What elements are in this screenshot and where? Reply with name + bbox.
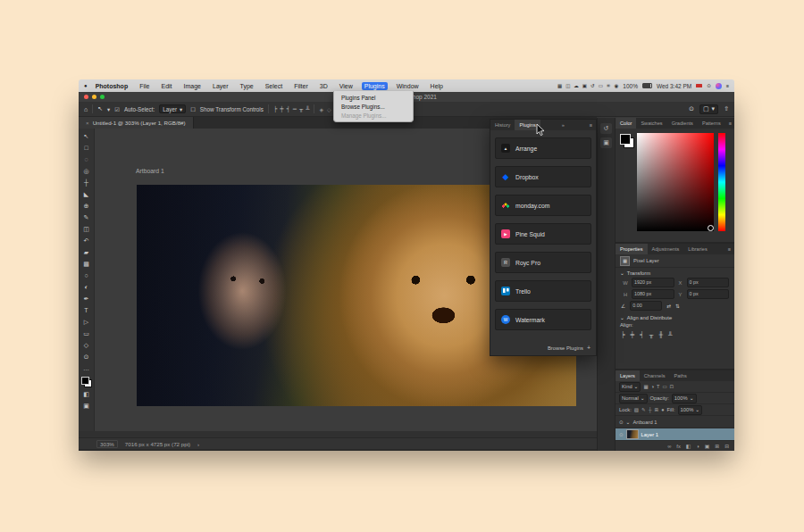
- delete-layer-icon[interactable]: ⊟: [724, 444, 729, 449]
- chevron-down-icon[interactable]: ⌄: [626, 420, 631, 425]
- snapshot-icon[interactable]: ▣: [600, 137, 612, 148]
- lock-image-pixels-icon[interactable]: ✎: [641, 407, 646, 412]
- menubar-menu[interactable]: Layer: [210, 82, 231, 90]
- layer-group-icon[interactable]: ▣: [705, 444, 709, 449]
- settings-icon[interactable]: ✳: [607, 83, 611, 88]
- align-bottom-edges-icon[interactable]: ╨: [668, 331, 673, 337]
- notification-center-icon[interactable]: ≡: [726, 83, 729, 88]
- align-vertical-centers-icon[interactable]: ╫: [658, 331, 663, 337]
- y-field[interactable]: 0 px: [687, 289, 730, 299]
- filter-shape-layers-icon[interactable]: ▭: [662, 384, 666, 389]
- kind-filter-dropdown[interactable]: Kind⌄: [619, 382, 641, 392]
- panel-tab[interactable]: Channels: [640, 370, 670, 381]
- close-tab-icon[interactable]: ×: [86, 120, 89, 126]
- menubar-clock[interactable]: Wed 3:42 PM: [657, 83, 691, 89]
- display-icon[interactable]: ▦: [557, 83, 562, 88]
- status-chevron-icon[interactable]: ›: [197, 441, 199, 447]
- foreground-color-swatch[interactable]: [620, 134, 631, 145]
- color-picker-handle[interactable]: [708, 225, 714, 231]
- align-right-edges-icon[interactable]: ╡: [640, 331, 644, 337]
- document-tab[interactable]: × Untitled-1 @ 303% (Layer 1, RGB/8#): [79, 117, 194, 129]
- plugin-item-arrange[interactable]: ▲ Arrange: [495, 137, 591, 159]
- auto-select-target-dropdown[interactable]: Layer ▾: [159, 104, 186, 113]
- dodge-tool[interactable]: ◐: [80, 281, 93, 293]
- panel-tab[interactable]: Libraries: [683, 244, 711, 254]
- panel-tab[interactable]: Properties: [616, 244, 648, 254]
- clone-stamp-tool[interactable]: ◫: [80, 223, 93, 235]
- foreground-background-swatch[interactable]: [81, 377, 92, 387]
- panel-tab[interactable]: Color: [616, 118, 636, 129]
- shape-tool[interactable]: ▭: [80, 328, 93, 339]
- saturation-brightness-field[interactable]: [637, 133, 714, 231]
- share-icon[interactable]: ⇧: [724, 105, 729, 112]
- blend-mode-dropdown[interactable]: Normal⌄: [619, 394, 648, 403]
- width-field[interactable]: 1920 px: [632, 278, 674, 287]
- lock-all-icon[interactable]: ●: [661, 407, 664, 412]
- transform-section-header[interactable]: ⌄ Transform: [616, 268, 734, 278]
- filter-adjustment-layers-icon[interactable]: ◑: [651, 384, 654, 389]
- screen-mode-icon[interactable]: ▣: [80, 400, 93, 411]
- plugin-item-trello[interactable]: Trello: [495, 280, 591, 302]
- flip-vertical-icon[interactable]: ⇅: [675, 303, 680, 309]
- foreground-color-swatch[interactable]: [81, 377, 89, 385]
- panel-tab[interactable]: Layers: [616, 370, 640, 381]
- align-left-edges-icon[interactable]: ╞: [273, 106, 277, 112]
- fill-dropdown[interactable]: 100%⌄: [678, 405, 703, 415]
- artboard-label[interactable]: Artboard 1: [136, 168, 164, 174]
- keyboard-icon[interactable]: ◫: [565, 83, 570, 88]
- layer-row-artboard[interactable]: ⊙ ⌄ Artboard 1: [616, 416, 734, 428]
- battery-icon[interactable]: [642, 83, 652, 89]
- plugin-item-roycpro[interactable]: R Royc Pro: [495, 252, 591, 273]
- panel-tab[interactable]: Swatches: [636, 118, 666, 129]
- x-field[interactable]: 0 px: [687, 278, 730, 287]
- history-brush-tool[interactable]: ↶: [80, 235, 93, 246]
- link-layers-icon[interactable]: ∞: [667, 444, 671, 449]
- layer-effects-icon[interactable]: fx: [676, 444, 681, 449]
- filter-type-layers-icon[interactable]: T: [657, 384, 659, 389]
- brush-tool[interactable]: ✎: [80, 212, 93, 223]
- search-icon[interactable]: ⊙: [689, 105, 694, 112]
- align-horizontal-centers-icon[interactable]: ╪: [631, 331, 635, 337]
- align-top-edges-icon[interactable]: ╥: [649, 331, 654, 337]
- home-icon[interactable]: ⌂: [84, 106, 88, 112]
- apple-logo-icon[interactable]: ●: [84, 83, 88, 88]
- panel-tab[interactable]: History: [490, 120, 515, 130]
- collapse-panel-icon[interactable]: »: [558, 120, 568, 130]
- filter-smart-objects-icon[interactable]: ⊡: [670, 384, 674, 389]
- height-field[interactable]: 1080 px: [632, 289, 674, 299]
- plugin-item-pinesquid[interactable]: ▶ Pine Squid: [495, 223, 591, 245]
- filter-pixel-layers-icon[interactable]: ▦: [643, 384, 648, 389]
- visibility-eye-icon[interactable]: ⊙: [619, 432, 624, 437]
- panel-tab[interactable]: Paths: [669, 370, 691, 381]
- visibility-eye-icon[interactable]: ⊙: [619, 420, 624, 425]
- menubar-menu[interactable]: File: [137, 82, 152, 90]
- menubar-menu[interactable]: Plugins: [362, 82, 388, 90]
- gradient-tool[interactable]: ▩: [80, 258, 93, 270]
- blur-tool[interactable]: ○: [80, 270, 93, 281]
- 3d-mode-icon[interactable]: ◈: [319, 106, 323, 112]
- move-tool[interactable]: ↖: [80, 130, 93, 142]
- panel-tab[interactable]: Adjustments: [648, 244, 684, 254]
- layer-mask-icon[interactable]: ◧: [686, 444, 691, 449]
- zoom-tool[interactable]: ⊙: [80, 351, 93, 362]
- plugin-item-dropbox[interactable]: ◆ Dropbox: [495, 166, 591, 187]
- menubar-menu[interactable]: Help: [428, 82, 446, 90]
- show-transform-checkbox[interactable]: ☐: [190, 106, 196, 112]
- lock-artboard-icon[interactable]: ⊞: [655, 407, 659, 412]
- align-bottom-edges-icon[interactable]: ╨: [306, 106, 309, 112]
- align-section-header[interactable]: ⌄ Align and Distribute: [616, 312, 734, 322]
- new-layer-icon[interactable]: ⊞: [715, 444, 719, 449]
- align-right-edges-icon[interactable]: ╡: [286, 106, 289, 112]
- type-tool[interactable]: T: [80, 304, 93, 316]
- sync-icon[interactable]: ↺: [590, 83, 595, 88]
- pen-tool[interactable]: ✒: [80, 293, 93, 304]
- 3d-axis-icon[interactable]: ◇: [327, 106, 331, 112]
- cloud-icon[interactable]: ☁: [574, 83, 579, 88]
- screen-mirroring-icon[interactable]: ▭: [599, 83, 603, 88]
- plugin-item-watermark[interactable]: W Watermark: [495, 309, 591, 330]
- panel-menu-icon[interactable]: ≡: [586, 120, 596, 130]
- spotlight-search-icon[interactable]: ⊙: [707, 83, 711, 88]
- panel-menu-icon[interactable]: ≡: [724, 244, 734, 254]
- eraser-tool[interactable]: ▰: [80, 246, 93, 258]
- workspace-switcher[interactable]: ▢ ▾: [699, 104, 718, 114]
